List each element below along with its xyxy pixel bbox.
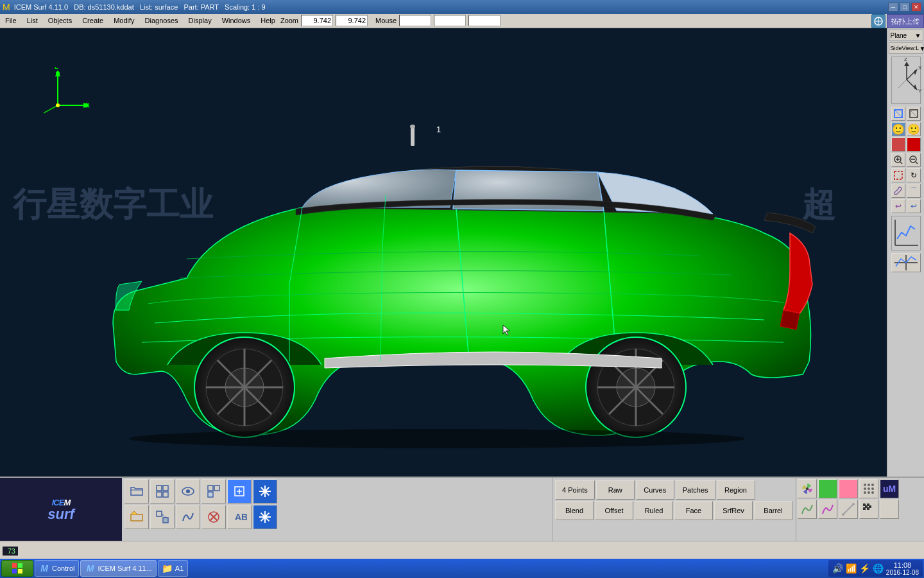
br-um-btn[interactable]: uM: [880, 479, 899, 498]
menu-create[interactable]: Create: [77, 14, 108, 28]
curves-btn[interactable]: Curves: [636, 480, 674, 500]
svg-rect-100: [12, 563, 17, 568]
tb-folder-open-btn[interactable]: [124, 505, 149, 529]
menu-list[interactable]: List: [22, 14, 43, 28]
svg-rect-59: [163, 486, 168, 491]
svg-marker-33: [914, 69, 918, 75]
face-btn[interactable]: Face: [674, 501, 713, 520]
menu-file[interactable]: File: [0, 14, 22, 28]
br-fan-btn[interactable]: [798, 479, 817, 498]
menu-modify[interactable]: Modify: [108, 14, 139, 28]
br-dots-btn[interactable]: [859, 479, 878, 498]
curve-btn[interactable]: ⌒: [907, 184, 921, 198]
start-button[interactable]: [1, 560, 33, 577]
menu-diagnoses[interactable]: Diagnoses: [140, 14, 184, 28]
svg-point-11: [56, 71, 60, 75]
mouse-z-input[interactable]: [468, 15, 501, 26]
barrel-btn[interactable]: Barrel: [754, 501, 792, 520]
tb-snowflake2-btn[interactable]: [253, 505, 277, 529]
tb-grid-btn[interactable]: [201, 479, 226, 504]
viewport[interactable]: Z X 1 行星数字工业 超: [0, 28, 887, 477]
color-btn-2[interactable]: [907, 137, 921, 152]
br-checker-btn[interactable]: [859, 500, 878, 519]
ruled-btn[interactable]: Ruled: [635, 501, 673, 520]
svg-rect-72: [157, 511, 162, 516]
rotate-btn[interactable]: ↻: [907, 168, 921, 182]
menu-help[interactable]: Help: [255, 14, 280, 28]
br-curve2-btn[interactable]: [798, 500, 817, 519]
maximize-button[interactable]: □: [900, 3, 910, 12]
tray-icon-2[interactable]: 📶: [846, 563, 857, 574]
mouse-x-input[interactable]: [399, 15, 431, 26]
zoom-y-input[interactable]: [336, 15, 368, 26]
br-empty-btn[interactable]: [880, 500, 899, 519]
raw-btn[interactable]: Raw: [596, 480, 635, 500]
br-pink-btn[interactable]: [839, 479, 858, 498]
taskbar-icem-btn[interactable]: M ICEM Surf 4.11...: [80, 560, 156, 577]
shading-btn[interactable]: 🙂: [891, 122, 905, 136]
menu-objects[interactable]: Objects: [43, 14, 77, 28]
taskbar-folder-btn[interactable]: 📁 A1: [158, 560, 188, 577]
taskbar: M Control M ICEM Surf 4.11... 📁 A1 🔊 📶 ⚡…: [0, 559, 924, 578]
wrench-btn[interactable]: [891, 184, 905, 198]
tb-delete-btn[interactable]: [201, 505, 226, 529]
svg-point-85: [864, 487, 866, 490]
patches-btn[interactable]: Patches: [676, 480, 715, 500]
sideview-dropdown[interactable]: SideView:L ▼: [889, 42, 923, 54]
zoom-x-input[interactable]: [301, 15, 333, 26]
blend-btn[interactable]: Blend: [555, 501, 594, 520]
tray-icon-4[interactable]: 🌐: [873, 563, 884, 574]
coordinate-axes: Z X: [38, 67, 90, 118]
tb-edit-btn[interactable]: [227, 479, 252, 504]
svg-rect-102: [12, 569, 17, 574]
color-btn-1[interactable]: [891, 137, 905, 152]
tb-open-btn[interactable]: [124, 479, 149, 504]
svg-point-84: [871, 484, 874, 486]
axis-btn[interactable]: [891, 253, 921, 272]
taskbar-control-btn[interactable]: M Control: [35, 560, 79, 577]
plane-dropdown[interactable]: Plane ▼: [889, 30, 923, 41]
upload-button[interactable]: 拓扑上传: [887, 14, 924, 28]
wireframe-btn[interactable]: 🙂: [907, 122, 921, 136]
system-tray: 🔊 📶 ⚡ 🌐 11:08 2016-12-08: [828, 560, 923, 577]
undo-btn[interactable]: ↩: [907, 199, 921, 213]
svg-point-90: [871, 491, 874, 494]
zoom-out-btn[interactable]: [907, 153, 921, 167]
tb-transform-btn[interactable]: [150, 505, 175, 529]
br-green-btn[interactable]: [818, 479, 837, 498]
tb-view-btn[interactable]: [150, 479, 175, 504]
snap-btn[interactable]: ↩: [891, 199, 905, 213]
svg-marker-80: [264, 514, 266, 516]
zoom-in-btn[interactable]: [891, 153, 905, 167]
svg-rect-58: [157, 486, 162, 491]
srfrev-btn[interactable]: SrfRev: [714, 501, 753, 520]
svg-point-88: [864, 491, 866, 494]
br-curve3-btn[interactable]: [818, 500, 837, 519]
tray-icon-1[interactable]: 🔊: [832, 563, 843, 574]
svg-text:X: X: [918, 65, 921, 71]
close-button[interactable]: ✕: [911, 3, 921, 12]
menu-windows[interactable]: Windows: [217, 14, 256, 28]
select-box-btn[interactable]: [891, 168, 905, 182]
svg-point-86: [868, 487, 870, 490]
tb-text-btn[interactable]: ABC: [227, 505, 252, 529]
offset-btn[interactable]: Offset: [595, 501, 633, 520]
svg-line-43: [894, 110, 902, 118]
rp-btn-2[interactable]: [907, 107, 921, 121]
tb-eye-btn[interactable]: [176, 479, 200, 504]
svg-point-12: [85, 103, 89, 107]
svg-line-41: [898, 80, 907, 88]
tb-curve-btn[interactable]: [176, 505, 200, 529]
menu-display[interactable]: Display: [184, 14, 217, 28]
tray-icon-3[interactable]: ⚡: [859, 563, 870, 574]
br-line-btn[interactable]: [839, 500, 858, 519]
svg-line-52: [916, 162, 918, 164]
4points-btn[interactable]: 4 Points: [555, 480, 595, 500]
mouse-y-input[interactable]: [434, 15, 466, 26]
tb-snowflake1-btn[interactable]: [253, 479, 277, 504]
rp-btn-1[interactable]: [891, 107, 905, 121]
region-btn[interactable]: Region: [717, 480, 755, 500]
svg-rect-66: [208, 492, 213, 497]
minimize-button[interactable]: ─: [888, 3, 898, 12]
svg-text:Z: Z: [55, 67, 58, 70]
